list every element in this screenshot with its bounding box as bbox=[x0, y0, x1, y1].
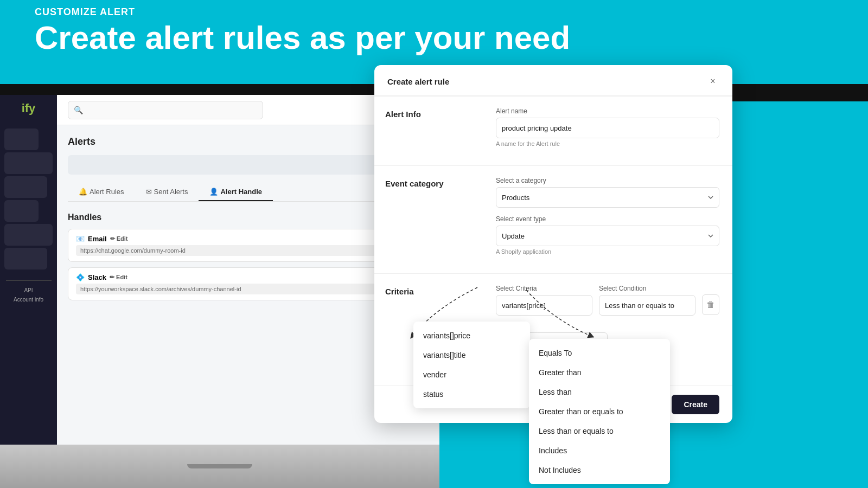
paper-plane-icon: ✉ bbox=[146, 188, 152, 196]
event-type-group: Select event type Update A Shopify appli… bbox=[496, 215, 719, 255]
shopify-sidebar: ify API Account info bbox=[0, 95, 57, 445]
slack-label: Slack bbox=[88, 273, 106, 281]
dropdown-condition-less-equals[interactable]: Less than or equals to bbox=[529, 421, 670, 441]
modal-close-button[interactable]: × bbox=[706, 75, 719, 88]
tab-sent-alerts-label: Sent Alerts bbox=[154, 188, 188, 196]
dropdown-item-variants-price[interactable]: variants[]price bbox=[413, 326, 530, 345]
dropdown-condition-less-than[interactable]: Less than bbox=[529, 382, 670, 402]
criteria-select-label: Select Criteria bbox=[496, 285, 592, 292]
dropdown-item-status[interactable]: status bbox=[413, 384, 530, 404]
category-select[interactable]: Products bbox=[496, 187, 719, 208]
event-category-content: Select a category Products Select event … bbox=[483, 166, 732, 273]
email-icon: 📧 bbox=[76, 235, 85, 243]
category-group: Select a category Products bbox=[496, 177, 719, 208]
user-icon: 👤 bbox=[209, 188, 218, 196]
criteria-grid: Select Criteria Select Condition 🗑 bbox=[496, 285, 719, 316]
laptop-screen: ify API Account info 🔍 Alerts 🔔 bbox=[0, 95, 439, 445]
dropdown-item-variants-title[interactable]: variants[]title bbox=[413, 345, 530, 365]
dropdown-condition-equals-to[interactable]: Equals To bbox=[529, 343, 670, 363]
create-button[interactable]: Create bbox=[672, 395, 719, 414]
event-type-label: Select event type bbox=[496, 215, 719, 223]
criteria-select-wrap: Select Criteria bbox=[496, 285, 592, 316]
alert-name-group: Alert name A name for the Alert rule bbox=[496, 107, 719, 147]
tab-alert-rules-label: Alert Rules bbox=[90, 188, 124, 196]
slack-edit-button[interactable]: ✏ Edit bbox=[110, 274, 127, 281]
dropdown-item-vender[interactable]: vender bbox=[413, 365, 530, 384]
alert-info-label-area: Alert Info bbox=[374, 97, 483, 165]
criteria-condition-wrap: Select Condition bbox=[599, 285, 695, 316]
alert-info-content: Alert name A name for the Alert rule bbox=[483, 97, 732, 165]
dropdown-condition-not-includes[interactable]: Not Includes bbox=[529, 460, 670, 480]
tab-alert-handle[interactable]: 👤 Alert Handle bbox=[199, 183, 273, 201]
delete-criteria-button[interactable]: 🗑 bbox=[702, 294, 719, 315]
dropdown-condition-includes[interactable]: Includes bbox=[529, 441, 670, 460]
sidebar-nav-item[interactable] bbox=[4, 248, 47, 269]
criteria-dropdown: variants[]price variants[]title vender s… bbox=[413, 322, 530, 408]
category-label: Select a category bbox=[496, 177, 719, 184]
search-icon: 🔍 bbox=[74, 106, 83, 114]
sidebar-nav-item[interactable] bbox=[4, 152, 53, 174]
shopify-logo: ify bbox=[22, 101, 36, 115]
header-title: Create alert rules as per your need bbox=[35, 20, 570, 56]
alert-name-hint: A name for the Alert rule bbox=[496, 140, 719, 147]
tab-alert-handle-label: Alert Handle bbox=[220, 188, 262, 196]
criteria-condition-label: Select Condition bbox=[599, 285, 695, 292]
sidebar-nav-item[interactable] bbox=[4, 224, 53, 246]
email-url: https://chat.google.com/dummy-room-id bbox=[76, 245, 420, 256]
slack-icon: 💠 bbox=[76, 273, 85, 281]
alert-name-label: Alert name bbox=[496, 107, 719, 115]
modal-title: Create alert rule bbox=[387, 77, 449, 86]
dropdown-condition-greater-than[interactable]: Greater than bbox=[529, 363, 670, 382]
modal-header: Create alert rule × bbox=[374, 65, 732, 96]
sidebar-nav bbox=[0, 126, 57, 272]
laptop-notch bbox=[187, 464, 252, 468]
event-type-select[interactable]: Update bbox=[496, 226, 719, 246]
tab-sent-alerts[interactable]: ✉ Sent Alerts bbox=[135, 183, 199, 201]
criteria-condition-input[interactable] bbox=[599, 295, 695, 316]
alert-info-section: Alert Info Alert name A name for the Ale… bbox=[374, 96, 732, 165]
condition-dropdown: Equals To Greater than Less than Greater… bbox=[529, 339, 670, 484]
slack-url: https://yourworkspace.slack.com/archives… bbox=[76, 284, 420, 294]
criteria-select-input[interactable] bbox=[496, 295, 592, 316]
alert-name-input[interactable] bbox=[496, 118, 719, 138]
handle-slack-type: 💠 Slack ✏ Edit bbox=[76, 273, 420, 281]
dropdown-condition-greater-equals[interactable]: Greater than or equals to bbox=[529, 402, 670, 421]
event-category-label: Event category bbox=[385, 179, 444, 188]
sidebar-nav-item[interactable] bbox=[4, 200, 39, 222]
api-label: API bbox=[6, 287, 52, 293]
email-edit-button[interactable]: ✏ Edit bbox=[110, 235, 128, 242]
handle-email-type: 📧 Email ✏ Edit bbox=[76, 235, 420, 243]
bell-icon: 🔔 bbox=[79, 188, 87, 196]
sidebar-nav-item[interactable] bbox=[4, 176, 47, 198]
header-section: CUSTOMIZE ALERT Create alert rules as pe… bbox=[35, 7, 570, 56]
sidebar-nav-item[interactable] bbox=[4, 129, 39, 150]
criteria-label: Criteria bbox=[385, 287, 414, 296]
account-info-label: Account info bbox=[6, 297, 52, 303]
search-bar[interactable]: 🔍 bbox=[68, 101, 263, 119]
laptop-base bbox=[0, 445, 439, 488]
event-category-label-area: Event category bbox=[374, 166, 483, 273]
email-label: Email bbox=[88, 235, 107, 243]
event-hint: A Shopify application bbox=[496, 248, 719, 255]
customize-alert-label: CUSTOMIZE ALERT bbox=[35, 7, 570, 18]
tab-alert-rules[interactable]: 🔔 Alert Rules bbox=[68, 183, 135, 201]
event-category-section: Event category Select a category Product… bbox=[374, 165, 732, 273]
alert-info-label: Alert Info bbox=[385, 110, 421, 119]
